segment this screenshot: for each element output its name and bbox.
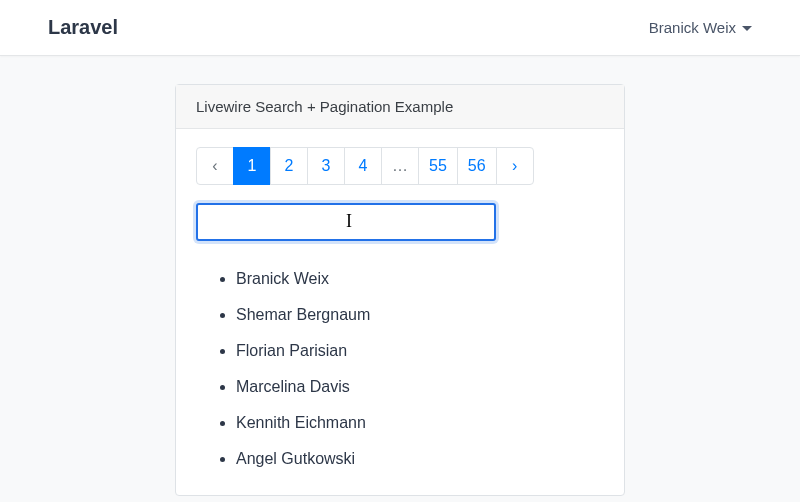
brand[interactable]: Laravel	[48, 16, 118, 39]
pagination-prev[interactable]: ‹	[196, 147, 234, 185]
pagination-page-3[interactable]: 3	[307, 147, 345, 185]
navbar: Laravel Branick Weix	[0, 0, 800, 56]
card-header: Livewire Search + Pagination Example	[176, 85, 624, 129]
list-item: Marcelina Davis	[236, 369, 604, 405]
example-card: Livewire Search + Pagination Example ‹ 1…	[175, 84, 625, 496]
user-dropdown[interactable]: Branick Weix	[649, 19, 752, 36]
list-item: Shemar Bergnaum	[236, 297, 604, 333]
search-wrap: I	[196, 203, 604, 241]
list-item: Branick Weix	[236, 261, 604, 297]
pagination: ‹ 1234…5556›	[196, 147, 604, 185]
pagination-page-1[interactable]: 1	[233, 147, 271, 185]
list-item: Florian Parisian	[236, 333, 604, 369]
chevron-down-icon	[742, 26, 752, 31]
list-item: Angel Gutkowski	[236, 441, 604, 477]
pagination-ellipsis: …	[381, 147, 419, 185]
results-list: Branick WeixShemar BergnaumFlorian Paris…	[196, 261, 604, 477]
pagination-next[interactable]: ›	[496, 147, 534, 185]
search-input[interactable]	[196, 203, 496, 241]
pagination-page-2[interactable]: 2	[270, 147, 308, 185]
card-body: ‹ 1234…5556› I Branick WeixShemar Bergna…	[176, 129, 624, 495]
pagination-page-56[interactable]: 56	[457, 147, 497, 185]
user-name: Branick Weix	[649, 19, 736, 36]
main-container: Livewire Search + Pagination Example ‹ 1…	[175, 84, 625, 496]
list-item: Kennith Eichmann	[236, 405, 604, 441]
pagination-page-55[interactable]: 55	[418, 147, 458, 185]
pagination-page-4[interactable]: 4	[344, 147, 382, 185]
